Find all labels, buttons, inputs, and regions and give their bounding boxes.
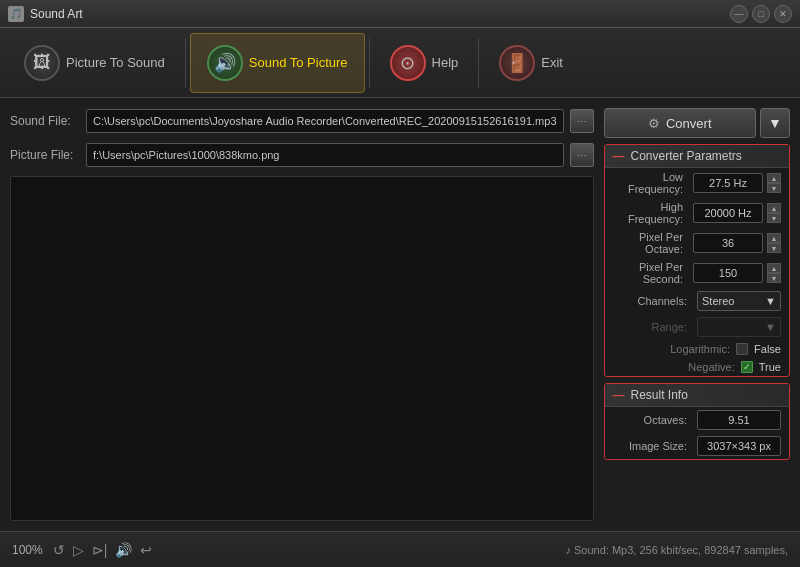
pixel-per-octave-down[interactable]: ▼: [767, 243, 781, 253]
pixel-per-second-spinners: ▲ ▼: [767, 263, 781, 283]
sound-to-picture-label: Sound To Picture: [249, 55, 348, 70]
minimize-button[interactable]: —: [730, 5, 748, 23]
range-row: Range: ▼: [605, 314, 790, 340]
loop-button[interactable]: ↩: [140, 542, 152, 558]
volume-button[interactable]: 🔊: [115, 542, 132, 558]
app-icon: 🎵: [8, 6, 24, 22]
low-freq-label: Low Frequency:: [613, 171, 690, 195]
high-freq-value[interactable]: 20000 Hz: [693, 203, 763, 223]
pixel-per-second-value[interactable]: 150: [693, 263, 763, 283]
image-size-value: 3037×343 px: [697, 436, 781, 456]
pixel-per-second-down[interactable]: ▼: [767, 273, 781, 283]
octaves-label: Octaves:: [613, 414, 694, 426]
sound-browse-button[interactable]: ⋯: [570, 109, 594, 133]
pixel-per-octave-spinners: ▲ ▼: [767, 233, 781, 253]
params-header-dash: —: [613, 149, 625, 163]
exit-label: Exit: [541, 55, 563, 70]
picture-to-sound-icon: 🖼: [24, 45, 60, 81]
low-freq-row: Low Frequency: 27.5 Hz ▲ ▼: [605, 168, 790, 198]
channels-select[interactable]: Stereo ▼: [697, 291, 781, 311]
step-forward-button[interactable]: ⊳|: [92, 542, 108, 558]
high-freq-label: High Frequency:: [613, 201, 690, 225]
result-panel: — Result Info Octaves: 9.51 Image Size: …: [604, 383, 791, 460]
low-freq-value[interactable]: 27.5 Hz: [693, 173, 763, 193]
pixel-per-second-row: Pixel Per Second: 150 ▲ ▼: [605, 258, 790, 288]
main: Sound File: C:\Users\pc\Documents\Joyosh…: [0, 98, 800, 531]
result-panel-header: — Result Info: [605, 384, 790, 407]
low-freq-up[interactable]: ▲: [767, 173, 781, 183]
status-right: ♪ Sound: Mp3, 256 kbit/sec, 892847 sampl…: [565, 544, 788, 556]
result-header-dash: —: [613, 388, 625, 402]
high-freq-down[interactable]: ▼: [767, 213, 781, 223]
left-panel: Sound File: C:\Users\pc\Documents\Joyosh…: [10, 108, 594, 521]
logarithmic-row: Logarithmic: False: [605, 340, 790, 358]
sound-file-row: Sound File: C:\Users\pc\Documents\Joyosh…: [10, 108, 594, 134]
titlebar: 🎵 Sound Art — □ ✕: [0, 0, 800, 28]
canvas-area: [10, 176, 594, 521]
picture-to-sound-button[interactable]: 🖼 Picture To Sound: [8, 33, 181, 93]
toolbar-separator-3: [478, 38, 479, 88]
picture-file-row: Picture File: f:\Users\pc\Pictures\1000\…: [10, 142, 594, 168]
status-controls: ↺ ▷ ⊳| 🔊 ↩: [53, 542, 153, 558]
play-button[interactable]: ▷: [73, 542, 84, 558]
pixel-per-second-up[interactable]: ▲: [767, 263, 781, 273]
exit-icon: 🚪: [499, 45, 535, 81]
app-title: Sound Art: [30, 7, 83, 21]
high-freq-row: High Frequency: 20000 Hz ▲ ▼: [605, 198, 790, 228]
help-icon: ⊙: [390, 45, 426, 81]
close-button[interactable]: ✕: [774, 5, 792, 23]
negative-text: True: [759, 361, 781, 373]
pixel-per-octave-value[interactable]: 36: [693, 233, 763, 253]
image-size-row: Image Size: 3037×343 px: [605, 433, 790, 459]
high-freq-spinners: ▲ ▼: [767, 203, 781, 223]
toolbar: 🖼 Picture To Sound 🔊 Sound To Picture ⊙ …: [0, 28, 800, 98]
exit-button[interactable]: 🚪 Exit: [483, 33, 579, 93]
octaves-value: 9.51: [697, 410, 781, 430]
picture-file-path[interactable]: f:\Users\pc\Pictures\1000\838kmo.png: [86, 143, 564, 167]
negative-label: Negative:: [613, 361, 741, 373]
logarithmic-label: Logarithmic:: [613, 343, 737, 355]
gear-icon: ⚙: [648, 116, 660, 131]
channels-label: Channels:: [613, 295, 694, 307]
pixel-per-octave-up[interactable]: ▲: [767, 233, 781, 243]
toolbar-separator-2: [369, 38, 370, 88]
toolbar-separator-1: [185, 38, 186, 88]
pixel-per-octave-label: Pixel Per Octave:: [613, 231, 690, 255]
high-freq-up[interactable]: ▲: [767, 203, 781, 213]
octaves-row: Octaves: 9.51: [605, 407, 790, 433]
image-size-label: Image Size:: [613, 440, 694, 452]
negative-row: Negative: ✓ True: [605, 358, 790, 376]
range-label: Range:: [613, 321, 694, 333]
logarithmic-checkbox[interactable]: [736, 343, 748, 355]
params-panel-header: — Converter Parametrs: [605, 145, 790, 168]
range-select[interactable]: ▼: [697, 317, 781, 337]
convert-row: ⚙ Convert ▼: [604, 108, 791, 138]
sound-to-picture-button[interactable]: 🔊 Sound To Picture: [190, 33, 365, 93]
logarithmic-text: False: [754, 343, 781, 355]
low-freq-down[interactable]: ▼: [767, 183, 781, 193]
convert-label: Convert: [666, 116, 712, 131]
help-label: Help: [432, 55, 459, 70]
result-title: Result Info: [631, 388, 688, 402]
statusbar: 100% ↺ ▷ ⊳| 🔊 ↩ ♪ Sound: Mp3, 256 kbit/s…: [0, 531, 800, 567]
help-button[interactable]: ⊙ Help: [374, 33, 475, 93]
picture-to-sound-label: Picture To Sound: [66, 55, 165, 70]
settings-dropdown-button[interactable]: ▼: [760, 108, 790, 138]
channels-dropdown-icon: ▼: [765, 295, 776, 307]
sound-file-path[interactable]: C:\Users\pc\Documents\Joyoshare Audio Re…: [86, 109, 564, 133]
titlebar-left: 🎵 Sound Art: [8, 6, 83, 22]
sound-file-label: Sound File:: [10, 114, 80, 128]
pixel-per-octave-row: Pixel Per Octave: 36 ▲ ▼: [605, 228, 790, 258]
params-title: Converter Parametrs: [631, 149, 742, 163]
channels-value: Stereo: [702, 295, 734, 307]
picture-browse-button[interactable]: ⋯: [570, 143, 594, 167]
right-panel: ⚙ Convert ▼ — Converter Parametrs Low Fr…: [604, 108, 791, 521]
channels-row: Channels: Stereo ▼: [605, 288, 790, 314]
titlebar-controls: — □ ✕: [730, 5, 792, 23]
convert-button[interactable]: ⚙ Convert: [604, 108, 757, 138]
reset-button[interactable]: ↺: [53, 542, 65, 558]
picture-file-label: Picture File:: [10, 148, 80, 162]
maximize-button[interactable]: □: [752, 5, 770, 23]
low-freq-spinners: ▲ ▼: [767, 173, 781, 193]
negative-checkbox[interactable]: ✓: [741, 361, 753, 373]
